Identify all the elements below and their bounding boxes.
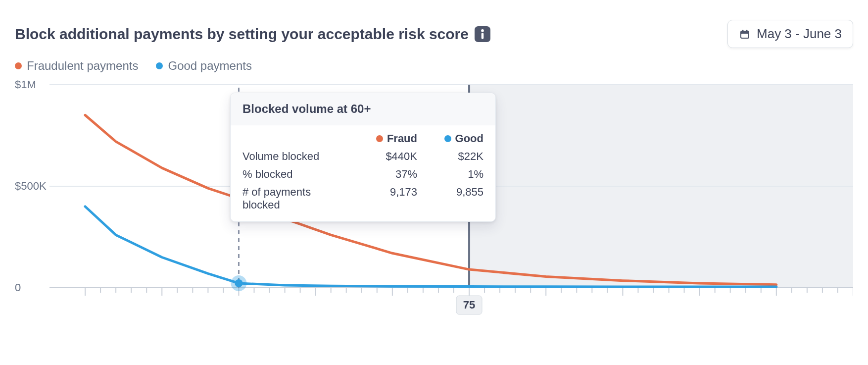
tooltip-row-fraud: 37%: [363, 168, 417, 181]
tooltip-row-label: Volume blocked: [242, 150, 351, 163]
svg-rect-4: [741, 34, 748, 38]
legend-item-good: Good payments: [156, 59, 251, 73]
legend-item-fraud: Fraudulent payments: [15, 59, 138, 73]
calendar-icon: [739, 28, 751, 40]
tooltip-row-fraud: 9,173: [363, 186, 417, 211]
svg-rect-1: [482, 33, 484, 39]
tooltip-col-good: Good: [429, 132, 483, 145]
chart[interactable]: $1M$500K075 Blocked volume at 60+ Fraud …: [15, 80, 853, 327]
tooltip-row-fraud: $440K: [363, 150, 417, 163]
slider-handle-label[interactable]: 75: [463, 299, 475, 311]
legend-label-fraud: Fraudulent payments: [27, 59, 138, 73]
tooltip-title: Blocked volume at 60+: [231, 93, 495, 125]
svg-text:0: 0: [15, 281, 21, 294]
legend-dot-fraud: [15, 62, 22, 69]
info-icon[interactable]: [475, 26, 490, 42]
page-title: Block additional payments by setting you…: [15, 26, 490, 43]
tooltip-row-label: % blocked: [242, 168, 351, 181]
legend: Fraudulent payments Good payments: [15, 59, 853, 73]
svg-rect-5: [742, 30, 744, 32]
date-range-button[interactable]: May 3 - June 3: [727, 20, 853, 48]
tooltip-row-label: # of payments blocked: [242, 186, 351, 211]
chart-tooltip: Blocked volume at 60+ Fraud Good Volume …: [230, 93, 496, 222]
legend-dot-good: [156, 62, 163, 69]
svg-text:$500K: $500K: [15, 180, 47, 192]
page-title-text: Block additional payments by setting you…: [15, 26, 469, 43]
tooltip-col-fraud: Fraud: [363, 132, 417, 145]
tooltip-row-good: $22K: [429, 150, 483, 163]
svg-rect-6: [746, 30, 748, 32]
svg-text:$1M: $1M: [15, 80, 36, 91]
legend-label-good: Good payments: [168, 59, 251, 73]
tooltip-row-good: 1%: [429, 168, 483, 181]
date-range-label: May 3 - June 3: [757, 26, 842, 42]
tooltip-row-good: 9,855: [429, 186, 483, 211]
svg-point-0: [481, 29, 484, 32]
svg-point-72: [235, 279, 242, 287]
